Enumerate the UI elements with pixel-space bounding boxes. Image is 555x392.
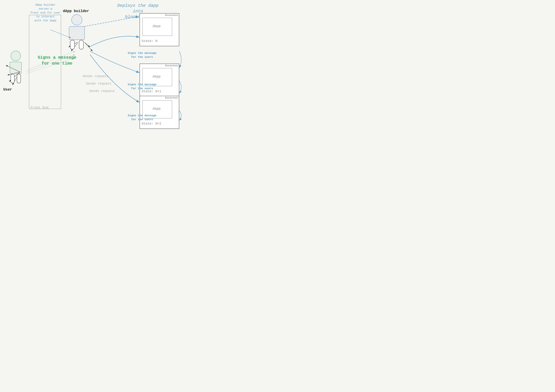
blockchain-corner-2: Blockchain (165, 65, 178, 67)
svg-rect-26 (70, 40, 74, 49)
svg-rect-20 (10, 62, 22, 73)
dapp-inner-2: dApp (153, 75, 161, 79)
blockchain-corner-3: Blockchain (165, 97, 178, 99)
svg-rect-21 (11, 74, 14, 83)
blockchain-corner-1: Blockchain (165, 14, 178, 16)
svg-point-19 (11, 51, 21, 61)
dapp-inner-3: dApp (153, 107, 161, 111)
svg-point-24 (72, 15, 82, 25)
builder-annotation: dApp builderserves afront end for userto… (28, 3, 63, 23)
blockchain-box-3: Blockchain dApp State: N+2 (139, 96, 179, 129)
svg-rect-22 (17, 74, 21, 83)
signs-once-annotation: Signs a messagefor one time (35, 55, 79, 66)
sends-request-2: Sends request (86, 82, 112, 86)
diagram-container: Front End User (0, 0, 185, 131)
blockchain-box-2: Blockchain dApp State: N+1 (139, 64, 179, 97)
state-label-3: State: N+2 (142, 122, 161, 125)
builder-label: dApp builder (59, 9, 93, 13)
sends-request-1: Sends request (83, 74, 108, 78)
user-label: User (3, 87, 12, 92)
builder-figure (64, 13, 89, 52)
state-label-1: State: N (142, 39, 157, 43)
user-figure (5, 50, 26, 87)
signs-annotation-1: Signs the messagefor the users (125, 51, 159, 59)
svg-rect-25 (69, 26, 85, 40)
svg-rect-27 (79, 40, 83, 49)
blockchain-box-1: Blockchain dApp State: N (139, 13, 179, 46)
signs-annotation-2: Signs the messagefor the users (125, 83, 159, 91)
dapp-inner-1: dApp (153, 24, 161, 28)
signs-annotation-3: Signs the messagefor the users (125, 114, 159, 122)
frontend-label: Front End (30, 106, 48, 109)
sends-request-3: Sends request (89, 89, 115, 93)
